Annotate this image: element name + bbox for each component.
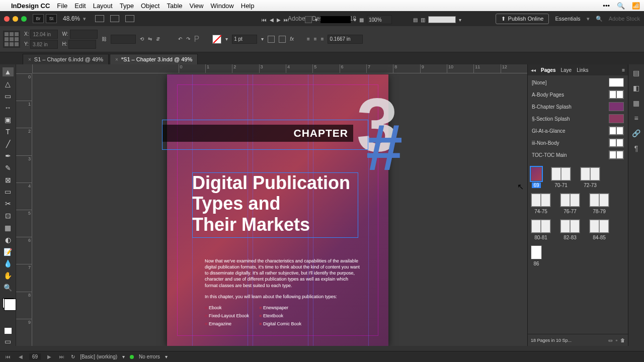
page-thumb-70-71[interactable]: 70-71 bbox=[551, 167, 571, 188]
reference-point-grid[interactable] bbox=[3, 31, 20, 48]
align-center-icon[interactable]: ≡ bbox=[314, 36, 317, 42]
text-wrap-2-icon[interactable]: ▥ bbox=[421, 17, 425, 23]
menu-extras-icon[interactable]: ••• bbox=[603, 2, 610, 10]
flip-h-icon[interactable]: ⇋ bbox=[148, 36, 152, 42]
next-icon[interactable]: ▶ bbox=[277, 17, 281, 23]
eyedropper-tool[interactable]: 💧 bbox=[3, 259, 14, 268]
free-transform-tool[interactable]: ⊡ bbox=[3, 211, 14, 220]
menu-view[interactable]: View bbox=[190, 2, 204, 10]
master-body[interactable]: A-Body Pages bbox=[528, 88, 628, 101]
screen-mode-icon[interactable] bbox=[110, 15, 119, 22]
page-tool-icon[interactable]: P bbox=[194, 35, 200, 44]
workspace-switcher[interactable]: Essentials bbox=[555, 16, 580, 22]
color-icon[interactable]: ◧ bbox=[632, 83, 641, 93]
stroke-weight-field[interactable] bbox=[232, 35, 257, 44]
scale-x-field[interactable] bbox=[111, 35, 136, 44]
panel-menu-icon[interactable]: ≡ bbox=[622, 67, 625, 73]
menu-window[interactable]: Window bbox=[211, 2, 234, 10]
stroke-icon[interactable]: ≡ bbox=[632, 114, 641, 123]
note-tool[interactable]: 📝 bbox=[3, 247, 14, 256]
page-thumb-82-83[interactable]: 82-83 bbox=[560, 219, 580, 240]
master-nonbody[interactable]: iii-Non-Body bbox=[528, 137, 628, 149]
h-field[interactable] bbox=[68, 40, 96, 49]
text-wrap-icon[interactable]: ▤ bbox=[413, 17, 418, 23]
adobe-stock-search[interactable]: Adobe Stock bbox=[609, 16, 640, 22]
doc-tab-1[interactable]: ×S1 – Chapter 6.indd @ 49% bbox=[23, 54, 109, 64]
tab-layers[interactable]: Laye bbox=[560, 67, 572, 73]
selection-tool[interactable]: ▲ bbox=[3, 67, 14, 76]
canvas[interactable]: 0123456789101112 0123456789 3 # CHAPTER … bbox=[16, 64, 527, 346]
page-thumb-86[interactable]: 86 bbox=[531, 245, 542, 266]
menu-table[interactable]: Table bbox=[167, 2, 182, 10]
new-page-icon[interactable]: ▫ bbox=[616, 338, 617, 343]
document-page[interactable]: 3 # CHAPTER Digital Publication Types an… bbox=[167, 74, 388, 346]
redo-icon[interactable]: ↷ bbox=[186, 36, 190, 42]
rotate-icon[interactable]: ⟲ bbox=[140, 36, 144, 42]
body-text-frame[interactable]: Now that we've examined the characterist… bbox=[205, 258, 361, 328]
edit-page-size-icon[interactable]: ▭ bbox=[608, 338, 613, 343]
window-controls[interactable] bbox=[4, 16, 27, 22]
apply-color-icon[interactable] bbox=[5, 328, 12, 334]
hand-tool[interactable]: ✋ bbox=[3, 271, 14, 280]
page-tool[interactable]: ▭ bbox=[3, 92, 14, 101]
doc-tab-2[interactable]: ×*S1 – Chapter 3.indd @ 49% bbox=[110, 54, 198, 64]
master-section[interactable]: §-Section Splash bbox=[528, 113, 628, 125]
direct-selection-tool[interactable]: △ bbox=[3, 79, 14, 88]
master-chapter[interactable]: B-Chapter Splash bbox=[528, 101, 628, 113]
page-thumb-74-75[interactable]: 74-75 bbox=[531, 193, 551, 214]
w-field[interactable] bbox=[70, 30, 98, 39]
minimize-icon[interactable] bbox=[13, 16, 18, 22]
gradient-feather-tool[interactable]: ◐ bbox=[3, 235, 14, 244]
rectangle-tool[interactable]: ▭ bbox=[3, 187, 14, 196]
tab-links[interactable]: Links bbox=[577, 67, 588, 73]
control-menu-icon[interactable]: ✲ bbox=[635, 2, 639, 8]
fullscreen-icon[interactable] bbox=[21, 16, 27, 22]
fx-icon[interactable]: fx bbox=[290, 36, 294, 42]
type-tool[interactable]: T bbox=[3, 127, 14, 136]
constrain-icon[interactable]: ⛓ bbox=[102, 36, 107, 42]
fit-frame-icon[interactable] bbox=[268, 36, 275, 43]
close-tab-icon[interactable]: × bbox=[115, 57, 118, 62]
cc-libraries-icon[interactable]: ▤ bbox=[632, 68, 641, 77]
fill-color-icon[interactable] bbox=[305, 16, 312, 23]
page-thumb-69[interactable]: 69 bbox=[531, 167, 542, 188]
next-page-icon[interactable]: ▶ bbox=[46, 354, 53, 359]
page-thumb-72-73[interactable]: 72-73 bbox=[580, 167, 600, 188]
prev-page-icon[interactable]: ◀ bbox=[17, 354, 24, 359]
preflight-status[interactable]: No errors bbox=[139, 354, 160, 359]
x-field[interactable]: 12.04 in bbox=[30, 30, 58, 39]
master-glance[interactable]: Gl-At-a-Glance bbox=[528, 125, 628, 137]
master-none[interactable]: [None] bbox=[528, 76, 628, 88]
page-thumb-84-85[interactable]: 84-85 bbox=[589, 219, 609, 240]
object-style[interactable] bbox=[428, 16, 456, 23]
chapter-title[interactable]: Digital Publication Types and Their Mark… bbox=[192, 172, 350, 235]
swatches-icon[interactable]: ▦ bbox=[632, 99, 641, 108]
align-right-icon[interactable]: ≡ bbox=[321, 36, 324, 42]
gap-tool[interactable]: ↔ bbox=[3, 104, 14, 113]
scissors-tool[interactable]: ✂ bbox=[3, 199, 14, 208]
page-thumb-80-81[interactable]: 80-81 bbox=[531, 219, 551, 240]
view-options-icon[interactable] bbox=[95, 15, 104, 22]
kerning-field[interactable] bbox=[328, 35, 363, 44]
publish-online-button[interactable]: ⬆Publish Online bbox=[496, 14, 549, 24]
screen-mode-tool[interactable]: ▭ bbox=[3, 337, 14, 346]
pencil-tool[interactable]: ✎ bbox=[3, 163, 14, 172]
open-icon[interactable]: ↻ bbox=[71, 354, 75, 359]
page-thumb-78-79[interactable]: 78-79 bbox=[589, 193, 609, 214]
master-toc[interactable]: TOC-TOC Main bbox=[528, 149, 628, 161]
fill-stroke-swatch[interactable] bbox=[3, 298, 14, 308]
flip-v-icon[interactable]: ⇵ bbox=[156, 36, 160, 42]
pen-tool[interactable]: ✒ bbox=[3, 151, 14, 160]
content-collector-tool[interactable]: ▣ bbox=[3, 115, 14, 124]
menu-object[interactable]: Object bbox=[141, 2, 160, 10]
link-icon[interactable]: 🔗 bbox=[632, 129, 641, 138]
object-style-status[interactable]: [Basic] (working) bbox=[80, 354, 117, 359]
first-icon[interactable]: ⏮ bbox=[262, 17, 267, 23]
stroke-style[interactable] bbox=[320, 16, 351, 23]
menu-layout[interactable]: Layout bbox=[93, 2, 113, 10]
vertical-ruler[interactable]: 0123456789 bbox=[16, 73, 32, 346]
fill-swatch[interactable] bbox=[212, 35, 221, 44]
delete-page-icon[interactable]: 🗑 bbox=[620, 338, 625, 343]
current-page-field[interactable]: 69 bbox=[29, 353, 41, 360]
opacity-icon[interactable]: ▦ bbox=[359, 17, 364, 23]
